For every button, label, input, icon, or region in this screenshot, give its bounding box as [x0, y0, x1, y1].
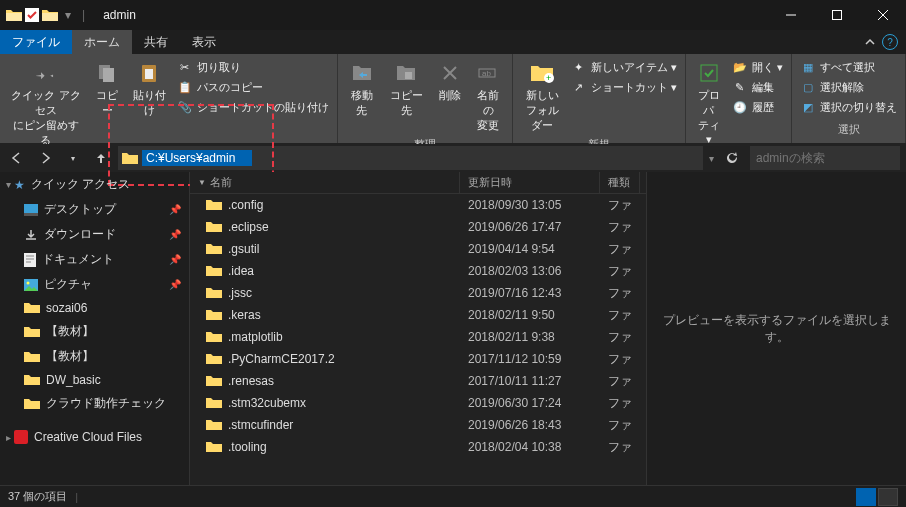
scissors-icon: ✂ — [177, 59, 193, 75]
sidebar-item[interactable]: 【教材】 — [0, 344, 189, 369]
path-icon: 📋 — [177, 79, 193, 95]
file-row[interactable]: .gsutil2019/04/14 9:54ファ — [190, 238, 646, 260]
check-icon — [24, 7, 40, 23]
invert-icon: ◩ — [800, 99, 816, 115]
sidebar-item-label: DW_basic — [46, 373, 101, 387]
sidebar-item[interactable]: ドキュメント📌 — [0, 247, 189, 272]
open-button[interactable]: 📂開く ▾ — [730, 58, 785, 76]
file-name: .stmcufinder — [228, 418, 293, 432]
dropdown-icon[interactable]: ▾ — [60, 7, 76, 23]
chevron-right-icon: ▸ — [6, 432, 11, 443]
folder-icon — [42, 7, 58, 23]
new-item-button[interactable]: ✦新しいアイテム ▾ — [569, 58, 679, 76]
file-row[interactable]: .keras2018/02/11 9:50ファ — [190, 304, 646, 326]
collapse-ribbon-icon[interactable] — [864, 36, 876, 48]
sidebar-item[interactable]: DW_basic — [0, 369, 189, 391]
edit-button[interactable]: ✎編集 — [730, 78, 785, 96]
file-name: .keras — [228, 308, 261, 322]
cc-icon — [14, 430, 28, 444]
file-type: ファ — [600, 439, 640, 456]
file-row[interactable]: .idea2018/02/03 13:06ファ — [190, 260, 646, 282]
sidebar-item[interactable]: 【教材】 — [0, 319, 189, 344]
file-date: 2018/02/03 13:06 — [460, 264, 600, 278]
file-row[interactable]: .matplotlib2018/02/11 9:38ファ — [190, 326, 646, 348]
tab-view[interactable]: 表示 — [180, 30, 228, 54]
sidebar-item-label: クラウド動作チェック — [46, 395, 166, 412]
select-none-button[interactable]: ▢選択解除 — [798, 78, 899, 96]
tab-file[interactable]: ファイル — [0, 30, 72, 54]
refresh-button[interactable] — [720, 146, 744, 170]
rename-button[interactable]: ab 名前の 変更 — [471, 58, 507, 135]
star-icon: ★ — [14, 178, 25, 192]
sidebar-item[interactable]: ダウンロード📌 — [0, 222, 189, 247]
new-folder-button[interactable]: + 新しい フォルダー — [519, 58, 565, 135]
maximize-button[interactable] — [814, 0, 860, 30]
address-input[interactable] — [142, 150, 252, 166]
paste-button[interactable]: 貼り付け — [128, 58, 171, 120]
nav-quick-access[interactable]: ▾ ★ クイック アクセス — [0, 172, 189, 197]
file-row[interactable]: .stmcufinder2019/06/26 18:43ファ — [190, 414, 646, 436]
up-button[interactable] — [90, 147, 112, 169]
sidebar-item[interactable]: クラウド動作チェック — [0, 391, 189, 416]
chevron-down-icon: ▾ — [6, 179, 11, 190]
svg-rect-3 — [103, 68, 114, 82]
paste-shortcut-button[interactable]: 📎ショートカットの貼り付け — [175, 98, 331, 116]
file-row[interactable]: .config2018/09/30 13:05ファ — [190, 194, 646, 216]
history-button[interactable]: 🕘履歴 — [730, 98, 785, 116]
sidebar-item-label: 【教材】 — [46, 348, 94, 365]
help-icon[interactable]: ? — [882, 34, 898, 50]
icons-view-button[interactable] — [878, 488, 898, 506]
svg-text:ab: ab — [482, 69, 491, 78]
copy-to-button[interactable]: コピー先 — [384, 58, 429, 120]
file-name: .matplotlib — [228, 330, 283, 344]
new-shortcut-button[interactable]: ↗ショートカット ▾ — [569, 78, 679, 96]
file-row[interactable]: .tooling2018/02/04 10:38ファ — [190, 436, 646, 458]
sidebar-item[interactable]: デスクトップ📌 — [0, 197, 189, 222]
folder-icon — [206, 243, 222, 255]
column-header[interactable]: ▼名前 更新日時 種類 — [190, 172, 646, 194]
file-type: ファ — [600, 395, 640, 412]
sidebar-item[interactable]: sozai06 — [0, 297, 189, 319]
pin-quick-access-button[interactable]: クイック アクセス にピン留めする — [6, 58, 86, 150]
status-bar: 37 個の項目 | — [0, 485, 906, 507]
file-type: ファ — [600, 285, 640, 302]
history-dropdown-icon[interactable]: ▾ — [62, 147, 84, 169]
svg-rect-13 — [24, 213, 38, 216]
sidebar-item-label: デスクトップ — [44, 201, 116, 218]
delete-button[interactable]: 削除 — [433, 58, 467, 105]
file-row[interactable]: .stm32cubemx2019/06/30 17:24ファ — [190, 392, 646, 414]
close-button[interactable] — [860, 0, 906, 30]
address-bar: ▾ ▾ 🔍 — [0, 144, 906, 172]
pin-icon: 📌 — [169, 229, 181, 240]
tab-home[interactable]: ホーム — [72, 30, 132, 54]
file-date: 2018/09/30 13:05 — [460, 198, 600, 212]
file-row[interactable]: .PyCharmCE2017.22017/11/12 10:59ファ — [190, 348, 646, 370]
file-date: 2019/07/16 12:43 — [460, 286, 600, 300]
minimize-button[interactable] — [768, 0, 814, 30]
address-input-box[interactable] — [118, 146, 703, 170]
cut-button[interactable]: ✂切り取り — [175, 58, 331, 76]
address-dropdown-icon[interactable]: ▾ — [709, 153, 714, 164]
sidebar-item[interactable]: ピクチャ📌 — [0, 272, 189, 297]
folder-icon — [206, 441, 222, 453]
copy-button[interactable]: コピー — [90, 58, 124, 120]
search-input[interactable] — [756, 151, 906, 165]
file-date: 2018/02/11 9:38 — [460, 330, 600, 344]
pin-icon — [33, 60, 59, 86]
file-row[interactable]: .eclipse2019/06/26 17:47ファ — [190, 216, 646, 238]
forward-button[interactable] — [34, 147, 56, 169]
invert-selection-button[interactable]: ◩選択の切り替え — [798, 98, 899, 116]
file-row[interactable]: .jssc2019/07/16 12:43ファ — [190, 282, 646, 304]
back-button[interactable] — [6, 147, 28, 169]
nav-creative-cloud[interactable]: ▸ Creative Cloud Files — [0, 426, 189, 448]
select-all-button[interactable]: ▦すべて選択 — [798, 58, 899, 76]
file-row[interactable]: .renesas2017/10/11 11:27ファ — [190, 370, 646, 392]
search-box[interactable]: 🔍 — [750, 146, 900, 170]
details-view-button[interactable] — [856, 488, 876, 506]
folder-icon — [206, 265, 222, 277]
tab-share[interactable]: 共有 — [132, 30, 180, 54]
properties-button[interactable]: プロパ ティ ▾ — [692, 58, 726, 148]
move-to-button[interactable]: 移動先 — [344, 58, 380, 120]
copy-path-button[interactable]: 📋パスのコピー — [175, 78, 331, 96]
navigation-pane: ▾ ★ クイック アクセス デスクトップ📌ダウンロード📌ドキュメント📌ピクチャ📌… — [0, 172, 190, 485]
